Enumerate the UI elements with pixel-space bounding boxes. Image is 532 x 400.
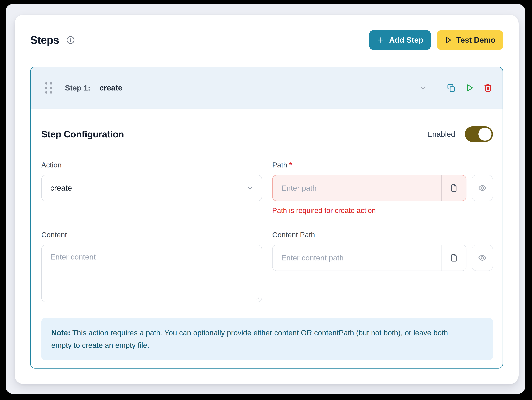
path-input[interactable]: [273, 175, 441, 201]
content-path-label: Content Path: [272, 230, 493, 239]
chevron-down-icon: [246, 184, 253, 192]
resize-handle[interactable]: [255, 295, 260, 300]
toggle-knob: [478, 127, 492, 141]
note-body: This action requires a path. You can opt…: [51, 329, 448, 349]
content-path-field: Content Path: [272, 230, 493, 271]
content-path-input-group: [272, 245, 466, 271]
action-select-value: create: [50, 184, 72, 192]
content-path-preview-button[interactable]: [472, 245, 493, 271]
step-header[interactable]: Step 1: create: [31, 67, 503, 109]
add-step-button[interactable]: Add Step: [369, 30, 431, 50]
main-card: Steps Add Step: [15, 15, 519, 384]
note-box: Note: This action requires a path. You c…: [41, 318, 493, 360]
action-select[interactable]: create: [41, 175, 262, 201]
test-demo-label: Test Demo: [456, 36, 495, 44]
collapse-step-button[interactable]: [418, 83, 428, 93]
enabled-toggle[interactable]: [465, 126, 493, 142]
content-label: Content: [41, 230, 262, 239]
file-icon: [450, 254, 458, 262]
test-demo-button[interactable]: Test Demo: [437, 30, 503, 50]
eye-icon: [478, 254, 487, 262]
path-preview-button[interactable]: [472, 175, 493, 201]
content-path-input[interactable]: [272, 245, 442, 271]
required-asterisk: *: [289, 161, 292, 169]
path-label-text: Path: [272, 161, 287, 169]
path-input-group: [272, 175, 466, 201]
page-header: Steps Add Step: [30, 30, 503, 50]
step-number-label: Step 1:: [65, 83, 90, 92]
duplicate-step-button[interactable]: [447, 83, 456, 93]
content-path-file-picker-button[interactable]: [442, 245, 466, 271]
page-title: Steps: [30, 34, 59, 46]
path-file-picker-button[interactable]: [441, 175, 466, 201]
content-textarea[interactable]: [41, 245, 262, 302]
action-label: Action: [41, 160, 262, 170]
plus-icon: [377, 36, 385, 44]
chevron-down-icon: [419, 83, 428, 92]
path-error-text: Path is required for create action: [272, 206, 493, 215]
step-body: Step Configuration Enabled Action create: [31, 109, 503, 360]
eye-icon: [478, 184, 487, 192]
step-config-heading: Step Configuration: [41, 129, 124, 140]
action-field: Action create: [41, 160, 262, 201]
path-label: Path*: [272, 160, 493, 170]
note-prefix: Note:: [51, 329, 70, 337]
run-step-button[interactable]: [465, 83, 474, 93]
play-icon: [444, 36, 452, 44]
path-field: Path*: [272, 160, 493, 215]
delete-step-button[interactable]: [483, 83, 493, 93]
header-actions: Add Step Test Demo: [369, 30, 503, 50]
note-text: Note: This action requires a path. You c…: [51, 327, 450, 352]
step-card: Step 1: create: [30, 67, 503, 368]
step-action-label: create: [99, 83, 122, 92]
file-icon: [450, 184, 458, 192]
copy-icon: [447, 83, 456, 92]
run-play-icon: [465, 83, 474, 92]
info-icon[interactable]: [66, 36, 75, 44]
trash-icon: [484, 83, 492, 92]
add-step-label: Add Step: [389, 36, 423, 44]
content-field: Content: [41, 230, 262, 303]
app-background: Steps Add Step: [6, 4, 525, 394]
drag-handle-icon[interactable]: [45, 82, 52, 94]
enabled-label: Enabled: [427, 130, 455, 139]
